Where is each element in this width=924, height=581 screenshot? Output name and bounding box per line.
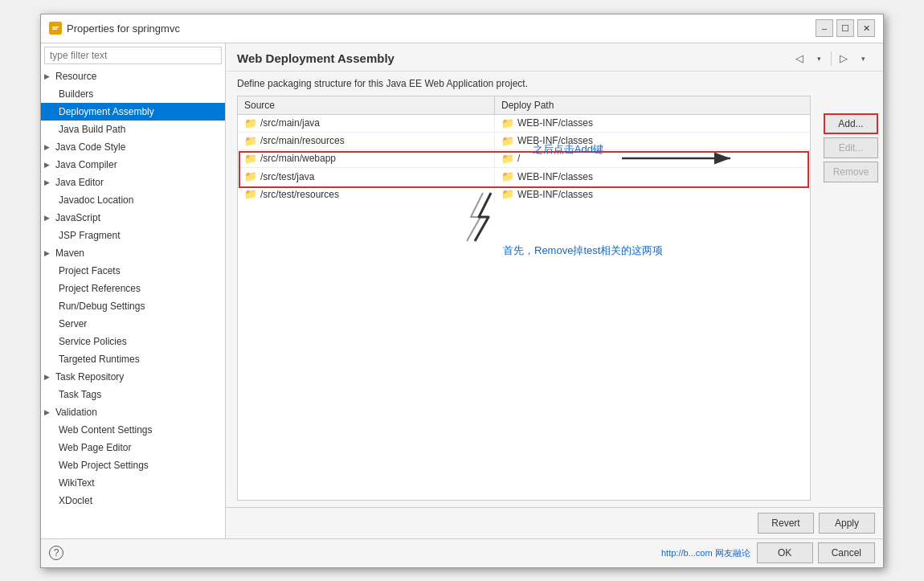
deploy-cell: 📁WEB-INF/classes: [495, 115, 810, 132]
help-icon[interactable]: ?: [49, 546, 63, 560]
sidebar-item-project-facets[interactable]: Project Facets: [41, 262, 225, 280]
add-button[interactable]: Add...: [824, 113, 878, 134]
sidebar-item-server[interactable]: Server: [41, 315, 225, 333]
main-content: Web Deployment Assembly ◁ ▾ ▷ ▾ Define p…: [226, 43, 883, 538]
sidebar-item-label: Java Build Path: [59, 124, 219, 135]
sidebar-item-label: Web Content Settings: [59, 424, 219, 436]
source-cell: 📁/src/main/java: [238, 115, 495, 132]
source-cell: 📁/src/main/resources: [238, 133, 495, 149]
sidebar-item-label: Server: [59, 318, 219, 329]
sidebar-item-label: JavaScript: [55, 212, 219, 223]
sidebar-item-java-compiler[interactable]: ▶Java Compiler: [41, 156, 225, 174]
deploy-cell: 📁WEB-INF/classes: [495, 168, 810, 186]
table-row[interactable]: 📁/src/main/java📁WEB-INF/classes: [238, 115, 810, 133]
svg-rect-2: [52, 29, 57, 31]
svg-rect-1: [52, 27, 59, 28]
forward-button[interactable]: ▷: [835, 50, 852, 68]
description-text: Define packaging structure for this Java…: [237, 78, 811, 89]
sidebar-item-web-project-settings[interactable]: Web Project Settings: [41, 456, 225, 474]
col-source-header: Source: [238, 96, 495, 114]
table-header: Source Deploy Path: [238, 96, 810, 115]
deploy-cell: 📁WEB-INF/classes: [495, 133, 810, 149]
sidebar-item-web-page-editor[interactable]: Web Page Editor: [41, 439, 225, 456]
expand-arrow-icon: ▶: [44, 373, 52, 381]
right-buttons: Add... Edit... Remove: [819, 72, 883, 507]
sidebar-item-java-code-style[interactable]: ▶Java Code Style: [41, 138, 225, 156]
sidebar-item-label: Deployment Assembly: [59, 106, 219, 117]
source-cell: 📁/src/main/webapp: [238, 150, 495, 167]
sidebar-item-builders[interactable]: Builders: [41, 85, 225, 103]
sidebar-item-validation[interactable]: ▶Validation: [41, 403, 225, 421]
sidebar-item-label: Service Policies: [59, 336, 219, 347]
back-button[interactable]: ◁: [791, 50, 808, 68]
folder-icon: 📁: [501, 170, 514, 182]
sidebar-item-label: Task Tags: [59, 389, 219, 400]
deploy-cell: 📁WEB-INF/classes: [495, 186, 810, 203]
deploy-path: WEB-INF/classes: [517, 171, 593, 182]
maximize-button[interactable]: ☐: [836, 19, 854, 37]
sidebar-item-maven[interactable]: ▶Maven: [41, 244, 225, 262]
sidebar-item-deployment-assembly[interactable]: Deployment Assembly: [41, 103, 225, 121]
sidebar-item-task-tags[interactable]: Task Tags: [41, 386, 225, 403]
expand-arrow-icon: ▶: [44, 214, 52, 222]
main-area: Define packaging structure for this Java…: [226, 72, 883, 507]
sidebar-item-javascript[interactable]: ▶JavaScript: [41, 209, 225, 227]
revert-button[interactable]: Revert: [758, 513, 814, 534]
deploy-path: /: [517, 153, 520, 164]
sidebar-item-label: Resource: [55, 71, 219, 82]
sidebar-item-web-content-settings[interactable]: Web Content Settings: [41, 421, 225, 439]
sidebar-item-label: Java Editor: [55, 177, 219, 188]
svg-rect-0: [51, 24, 60, 32]
sidebar-item-java-build-path[interactable]: Java Build Path: [41, 121, 225, 138]
sidebar-item-java-editor[interactable]: ▶Java Editor: [41, 174, 225, 191]
sidebar-item-label: Javadoc Location: [59, 194, 219, 206]
sidebar-item-label: JSP Fragment: [59, 230, 219, 241]
sidebar-item-resource[interactable]: ▶Resource: [41, 68, 225, 85]
sidebar-item-label: Project References: [59, 283, 219, 294]
table-row[interactable]: 📁/src/test/java📁WEB-INF/classes: [238, 168, 810, 186]
source-path: /src/test/resources: [260, 189, 339, 200]
close-button[interactable]: ✕: [857, 19, 875, 37]
sidebar-item-jsp-fragment[interactable]: JSP Fragment: [41, 227, 225, 244]
remove-button[interactable]: Remove: [824, 162, 878, 182]
dialog-footer: ? http://b...com 网友融论 OK Cancel: [41, 538, 883, 567]
bottom-bar: Revert Apply: [226, 507, 883, 538]
sidebar-item-run-debug-settings[interactable]: Run/Debug Settings: [41, 297, 225, 315]
sidebar-item-label: Targeted Runtimes: [59, 354, 219, 365]
minimize-button[interactable]: –: [816, 19, 833, 37]
apply-button[interactable]: Apply: [819, 513, 875, 534]
forward-dropdown-button[interactable]: ▾: [854, 50, 872, 68]
table-row[interactable]: 📁/src/test/resources📁WEB-INF/classes: [238, 186, 810, 203]
dialog-body: ▶ResourceBuildersDeployment AssemblyJava…: [41, 43, 883, 538]
folder-icon: 📁: [501, 188, 514, 200]
toolbar-divider: [831, 51, 832, 66]
sidebar-item-wikitext[interactable]: WikiText: [41, 474, 225, 492]
sidebar-item-label: Project Facets: [59, 265, 219, 276]
sidebar-item-targeted-runtimes[interactable]: Targeted Runtimes: [41, 350, 225, 368]
sidebar-item-project-references[interactable]: Project References: [41, 280, 225, 297]
sidebar-items: ▶ResourceBuildersDeployment AssemblyJava…: [41, 68, 225, 509]
dialog-icon: [49, 22, 62, 35]
folder-icon: 📁: [244, 117, 257, 129]
back-dropdown-button[interactable]: ▾: [810, 50, 828, 68]
sidebar-item-task-repository[interactable]: ▶Task Repository: [41, 368, 225, 386]
cancel-button[interactable]: Cancel: [818, 542, 875, 563]
sidebar: ▶ResourceBuildersDeployment AssemblyJava…: [41, 43, 226, 538]
source-path: /src/main/java: [260, 117, 320, 129]
deploy-cell: 📁/: [495, 150, 810, 167]
expand-arrow-icon: ▶: [44, 178, 52, 186]
folder-icon: 📁: [244, 135, 257, 147]
sidebar-item-service-policies[interactable]: Service Policies: [41, 333, 225, 350]
filter-input[interactable]: [44, 47, 222, 64]
sidebar-item-javadoc-location[interactable]: Javadoc Location: [41, 191, 225, 209]
sidebar-item-label: Builders: [59, 88, 219, 100]
table-row[interactable]: 📁/src/main/resources📁WEB-INF/classes: [238, 133, 810, 150]
folder-icon: 📁: [244, 170, 257, 182]
ok-button[interactable]: OK: [757, 542, 813, 563]
window-controls: – ☐ ✕: [816, 19, 875, 37]
sidebar-item-xdoclet[interactable]: XDoclet: [41, 492, 225, 509]
title-bar: Properties for springmvc – ☐ ✕: [41, 14, 883, 43]
assembly-table: Source Deploy Path 📁/src/main/java📁WEB-I…: [237, 96, 811, 501]
table-row[interactable]: 📁/src/main/webapp📁/: [238, 150, 810, 168]
edit-button[interactable]: Edit...: [824, 137, 878, 158]
